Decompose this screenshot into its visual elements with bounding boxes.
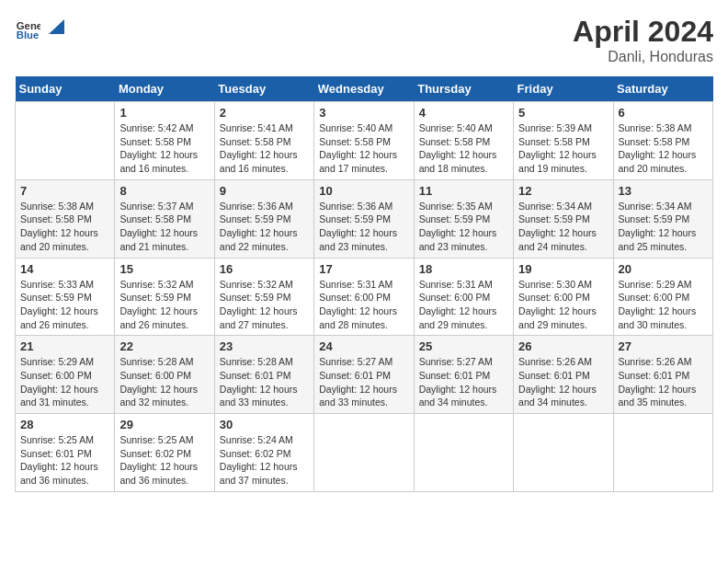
calendar-cell: 1Sunrise: 5:42 AMSunset: 5:58 PMDaylight… <box>115 102 214 180</box>
day-number: 7 <box>20 184 109 198</box>
calendar-cell <box>613 414 712 492</box>
day-info: Sunrise: 5:38 AMSunset: 5:58 PMDaylight:… <box>20 200 109 254</box>
day-info: Sunrise: 5:30 AMSunset: 6:00 PMDaylight:… <box>518 278 608 332</box>
calendar-week-row: 14Sunrise: 5:33 AMSunset: 5:59 PMDayligh… <box>16 258 713 336</box>
calendar-cell: 22Sunrise: 5:28 AMSunset: 6:00 PMDayligh… <box>115 336 214 414</box>
day-number: 2 <box>220 106 309 120</box>
day-number: 14 <box>20 262 109 276</box>
day-number: 22 <box>119 339 209 353</box>
day-number: 21 <box>20 339 109 353</box>
calendar-cell: 27Sunrise: 5:26 AMSunset: 6:01 PMDayligh… <box>613 336 712 414</box>
day-info: Sunrise: 5:36 AMSunset: 5:59 PMDaylight:… <box>319 200 408 254</box>
day-number: 16 <box>220 262 309 276</box>
weekday-header-sunday: Sunday <box>16 76 115 102</box>
calendar-cell: 6Sunrise: 5:38 AMSunset: 5:58 PMDaylight… <box>613 102 712 180</box>
calendar-cell: 17Sunrise: 5:31 AMSunset: 6:00 PMDayligh… <box>314 258 414 336</box>
day-info: Sunrise: 5:33 AMSunset: 5:59 PMDaylight:… <box>20 278 109 332</box>
weekday-header-thursday: Thursday <box>414 76 513 102</box>
day-info: Sunrise: 5:34 AMSunset: 5:59 PMDaylight:… <box>619 200 708 254</box>
calendar-table: SundayMondayTuesdayWednesdayThursdayFrid… <box>15 76 713 492</box>
main-title: April 2024 <box>573 15 713 49</box>
day-number: 26 <box>518 339 608 353</box>
calendar-cell <box>514 414 613 492</box>
day-number: 4 <box>419 106 508 120</box>
day-number: 15 <box>119 262 209 276</box>
calendar-cell: 15Sunrise: 5:32 AMSunset: 5:59 PMDayligh… <box>115 258 214 336</box>
day-info: Sunrise: 5:41 AMSunset: 5:58 PMDaylight:… <box>220 121 309 176</box>
page-header: General Blue April 2024 Danli, Honduras <box>15 15 713 65</box>
calendar-week-row: 1Sunrise: 5:42 AMSunset: 5:58 PMDaylight… <box>16 102 713 180</box>
day-info: Sunrise: 5:27 AMSunset: 6:01 PMDaylight:… <box>319 355 408 409</box>
day-number: 6 <box>619 106 708 120</box>
calendar-cell: 24Sunrise: 5:27 AMSunset: 6:01 PMDayligh… <box>314 336 414 414</box>
calendar-cell: 3Sunrise: 5:40 AMSunset: 5:58 PMDaylight… <box>314 102 414 180</box>
day-number: 28 <box>20 418 109 431</box>
day-info: Sunrise: 5:25 AMSunset: 6:02 PMDaylight:… <box>119 433 209 488</box>
calendar-cell: 18Sunrise: 5:31 AMSunset: 6:00 PMDayligh… <box>414 258 513 336</box>
calendar-week-row: 28Sunrise: 5:25 AMSunset: 6:01 PMDayligh… <box>16 414 713 492</box>
calendar-week-row: 21Sunrise: 5:29 AMSunset: 6:00 PMDayligh… <box>16 336 713 414</box>
day-number: 17 <box>319 262 408 276</box>
weekday-header-friday: Friday <box>514 76 613 102</box>
day-number: 18 <box>419 262 508 276</box>
day-number: 12 <box>518 184 608 198</box>
calendar-cell: 12Sunrise: 5:34 AMSunset: 5:59 PMDayligh… <box>514 179 613 258</box>
logo-triangle-icon <box>44 17 64 38</box>
svg-marker-2 <box>49 19 64 34</box>
calendar-cell: 5Sunrise: 5:39 AMSunset: 5:58 PMDaylight… <box>514 102 613 180</box>
day-number: 19 <box>518 262 608 276</box>
day-info: Sunrise: 5:40 AMSunset: 5:58 PMDaylight:… <box>419 121 508 176</box>
day-number: 11 <box>419 184 508 198</box>
day-info: Sunrise: 5:29 AMSunset: 6:00 PMDaylight:… <box>619 278 708 332</box>
calendar-cell: 28Sunrise: 5:25 AMSunset: 6:01 PMDayligh… <box>16 414 115 492</box>
day-info: Sunrise: 5:28 AMSunset: 6:01 PMDaylight:… <box>220 355 309 409</box>
calendar-cell: 4Sunrise: 5:40 AMSunset: 5:58 PMDaylight… <box>414 102 513 180</box>
day-info: Sunrise: 5:26 AMSunset: 6:01 PMDaylight:… <box>518 355 608 409</box>
weekday-header-monday: Monday <box>115 76 214 102</box>
day-number: 30 <box>220 418 309 431</box>
day-number: 3 <box>319 106 408 120</box>
calendar-cell: 11Sunrise: 5:35 AMSunset: 5:59 PMDayligh… <box>414 179 513 258</box>
day-info: Sunrise: 5:24 AMSunset: 6:02 PMDaylight:… <box>220 433 309 488</box>
calendar-cell <box>16 102 115 180</box>
calendar-cell <box>414 414 513 492</box>
day-info: Sunrise: 5:31 AMSunset: 6:00 PMDaylight:… <box>319 278 408 332</box>
sub-title: Danli, Honduras <box>573 49 713 65</box>
day-info: Sunrise: 5:37 AMSunset: 5:58 PMDaylight:… <box>119 200 209 254</box>
day-number: 10 <box>319 184 408 198</box>
calendar-cell: 25Sunrise: 5:27 AMSunset: 6:01 PMDayligh… <box>414 336 513 414</box>
day-number: 13 <box>619 184 708 198</box>
day-info: Sunrise: 5:28 AMSunset: 6:00 PMDaylight:… <box>119 355 209 409</box>
logo: General Blue <box>15 15 64 40</box>
calendar-cell: 8Sunrise: 5:37 AMSunset: 5:58 PMDaylight… <box>115 179 214 258</box>
day-number: 8 <box>119 184 209 198</box>
calendar-cell: 14Sunrise: 5:33 AMSunset: 5:59 PMDayligh… <box>16 258 115 336</box>
day-number: 20 <box>619 262 708 276</box>
weekday-header-saturday: Saturday <box>613 76 712 102</box>
day-info: Sunrise: 5:38 AMSunset: 5:58 PMDaylight:… <box>619 121 708 176</box>
day-number: 25 <box>419 339 508 353</box>
day-number: 9 <box>220 184 309 198</box>
calendar-cell: 10Sunrise: 5:36 AMSunset: 5:59 PMDayligh… <box>314 179 414 258</box>
svg-text:Blue: Blue <box>17 29 40 40</box>
day-info: Sunrise: 5:34 AMSunset: 5:59 PMDaylight:… <box>518 200 608 254</box>
day-number: 24 <box>319 339 408 353</box>
day-number: 1 <box>119 106 209 120</box>
weekday-header-tuesday: Tuesday <box>214 76 313 102</box>
calendar-cell: 9Sunrise: 5:36 AMSunset: 5:59 PMDaylight… <box>214 179 313 258</box>
calendar-cell: 29Sunrise: 5:25 AMSunset: 6:02 PMDayligh… <box>115 414 214 492</box>
day-info: Sunrise: 5:39 AMSunset: 5:58 PMDaylight:… <box>518 121 608 176</box>
day-number: 29 <box>119 418 209 431</box>
calendar-cell <box>314 414 414 492</box>
day-info: Sunrise: 5:27 AMSunset: 6:01 PMDaylight:… <box>419 355 508 409</box>
calendar-week-row: 7Sunrise: 5:38 AMSunset: 5:58 PMDaylight… <box>16 179 713 258</box>
day-info: Sunrise: 5:31 AMSunset: 6:00 PMDaylight:… <box>419 278 508 332</box>
day-info: Sunrise: 5:40 AMSunset: 5:58 PMDaylight:… <box>319 121 408 176</box>
day-number: 27 <box>619 339 708 353</box>
title-area: April 2024 Danli, Honduras <box>573 15 713 65</box>
day-info: Sunrise: 5:32 AMSunset: 5:59 PMDaylight:… <box>119 278 209 332</box>
calendar-cell: 30Sunrise: 5:24 AMSunset: 6:02 PMDayligh… <box>214 414 313 492</box>
calendar-cell: 19Sunrise: 5:30 AMSunset: 6:00 PMDayligh… <box>514 258 613 336</box>
day-info: Sunrise: 5:32 AMSunset: 5:59 PMDaylight:… <box>220 278 309 332</box>
calendar-cell: 26Sunrise: 5:26 AMSunset: 6:01 PMDayligh… <box>514 336 613 414</box>
